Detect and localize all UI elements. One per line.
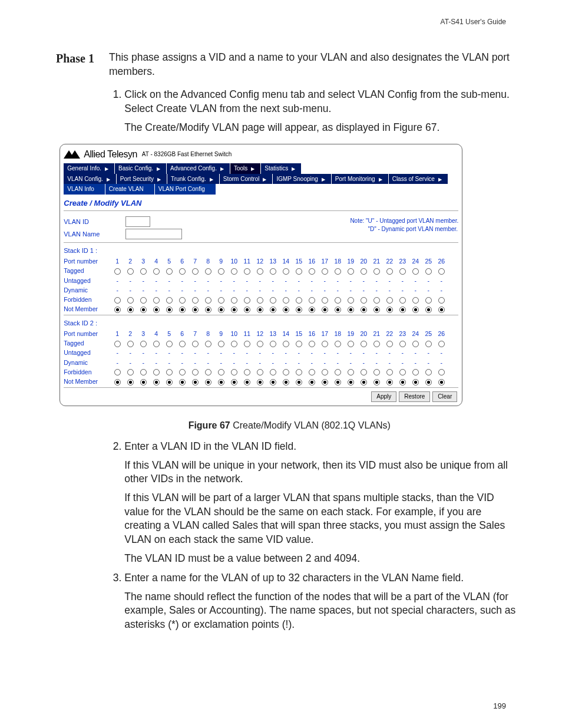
port-radio[interactable] [396,295,409,304]
port-radio-selected[interactable] [266,377,279,386]
port-radio-selected[interactable] [111,304,124,314]
port-radio[interactable] [214,367,227,377]
port-radio-selected[interactable] [305,304,318,314]
port-radio[interactable] [383,338,396,348]
port-radio-selected[interactable] [305,377,318,386]
port-radio-selected[interactable] [292,377,305,386]
port-radio-selected[interactable] [214,377,227,386]
port-radio[interactable] [189,266,201,275]
port-radio[interactable] [357,295,370,304]
port-radio[interactable] [124,266,137,275]
menu-tab[interactable]: Statistics▶ [261,163,302,174]
port-radio-selected[interactable] [137,304,150,314]
port-radio-selected[interactable] [344,304,357,314]
port-radio-selected[interactable] [331,377,344,386]
port-radio-selected[interactable] [331,304,344,314]
port-radio-selected[interactable] [253,377,266,386]
port-radio[interactable] [383,266,396,275]
port-radio[interactable] [435,338,448,348]
port-radio-selected[interactable] [422,304,435,314]
port-radio[interactable] [292,367,305,377]
port-radio[interactable] [266,266,279,275]
port-radio-selected[interactable] [150,377,163,386]
port-radio-selected[interactable] [396,304,409,314]
port-radio-selected[interactable] [150,304,163,314]
port-radio-selected[interactable] [163,377,176,386]
port-radio[interactable] [227,266,240,275]
port-radio-selected[interactable] [318,304,331,314]
port-radio[interactable] [383,367,396,377]
port-radio[interactable] [189,338,201,348]
menu-tab[interactable]: Port Monitoring▶ [332,174,389,185]
port-radio[interactable] [124,295,137,304]
port-radio-selected[interactable] [409,304,422,314]
port-radio-selected[interactable] [227,377,240,386]
port-radio[interactable] [305,338,318,348]
port-radio[interactable] [344,338,357,348]
port-radio[interactable] [409,338,422,348]
port-radio[interactable] [357,367,370,377]
menu-tab[interactable]: Tools▶ [230,163,261,174]
port-radio[interactable] [409,367,422,377]
port-radio[interactable] [253,266,266,275]
port-radio[interactable] [422,338,435,348]
submenu-tab[interactable]: Create VLAN [105,184,155,195]
port-radio[interactable] [266,338,279,348]
port-radio[interactable] [201,295,214,304]
port-radio-selected[interactable] [227,304,240,314]
port-radio-selected[interactable] [292,304,305,314]
port-radio-selected[interactable] [370,304,383,314]
port-radio-selected[interactable] [124,377,137,386]
port-radio[interactable] [214,295,227,304]
port-radio[interactable] [137,266,150,275]
port-radio[interactable] [176,295,189,304]
port-radio[interactable] [422,266,435,275]
port-radio-selected[interactable] [344,377,357,386]
port-radio-selected[interactable] [176,377,189,386]
port-radio[interactable] [344,295,357,304]
port-radio-selected[interactable] [279,377,292,386]
port-radio[interactable] [201,367,214,377]
menu-tab[interactable]: Advanced Config.▶ [167,163,230,174]
port-radio[interactable] [331,367,344,377]
port-radio-selected[interactable] [240,304,253,314]
port-radio[interactable] [435,295,448,304]
port-radio[interactable] [318,338,331,348]
port-radio[interactable] [124,338,137,348]
port-radio[interactable] [292,295,305,304]
port-radio[interactable] [201,266,214,275]
port-radio-selected[interactable] [435,304,448,314]
port-radio[interactable] [227,295,240,304]
port-radio[interactable] [189,295,201,304]
port-radio[interactable] [253,338,266,348]
port-radio[interactable] [189,367,201,377]
port-radio-selected[interactable] [240,377,253,386]
port-radio[interactable] [240,295,253,304]
port-radio[interactable] [124,367,137,377]
port-radio[interactable] [370,266,383,275]
menu-tab[interactable]: General Info.▶ [64,163,115,174]
port-radio[interactable] [253,367,266,377]
port-radio[interactable] [163,338,176,348]
port-radio[interactable] [370,338,383,348]
port-radio-selected[interactable] [189,377,201,386]
port-radio[interactable] [331,338,344,348]
port-radio[interactable] [383,295,396,304]
menu-tab[interactable]: Class of Service▶ [389,174,448,185]
menu-tab[interactable]: Trunk Config.▶ [167,174,220,185]
port-radio-selected[interactable] [383,377,396,386]
port-radio-selected[interactable] [111,377,124,386]
port-radio-selected[interactable] [318,377,331,386]
port-radio[interactable] [331,266,344,275]
port-radio[interactable] [370,367,383,377]
port-radio-selected[interactable] [422,377,435,386]
submenu-tab[interactable]: VLAN Info [64,184,105,195]
port-radio[interactable] [150,367,163,377]
menu-tab[interactable]: Basic Config.▶ [115,163,167,174]
port-radio-selected[interactable] [409,377,422,386]
port-radio-selected[interactable] [279,304,292,314]
clear-button[interactable]: Clear [432,391,457,402]
port-radio[interactable] [227,367,240,377]
vlan-id-input[interactable] [125,216,150,227]
port-radio[interactable] [396,266,409,275]
